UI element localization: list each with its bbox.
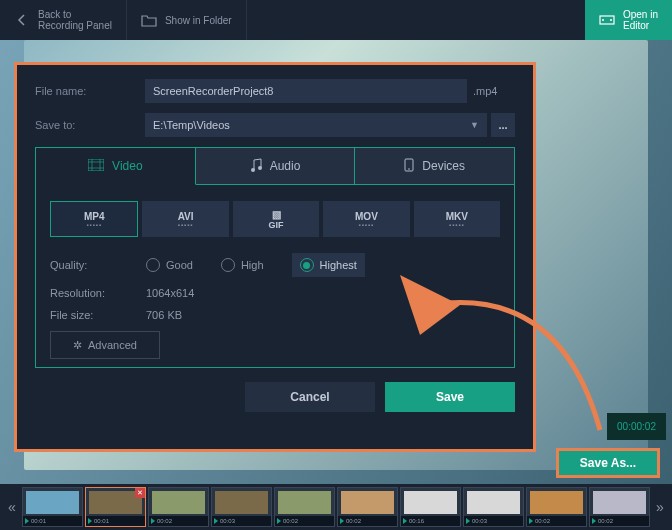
tab-video-label: Video	[112, 159, 142, 173]
filesize-label: File size:	[50, 309, 146, 321]
format-mp4[interactable]: MP4▪▪▪▪▪	[50, 201, 138, 237]
save-dialog: File name: .mp4 Save to: E:\Temp\Videos …	[14, 62, 536, 452]
show-folder-button[interactable]: Show in Folder	[127, 0, 247, 40]
svg-point-5	[258, 166, 262, 170]
play-icon	[277, 518, 281, 524]
file-extension: .mp4	[467, 85, 515, 97]
quality-high[interactable]: High	[221, 253, 264, 277]
play-icon	[88, 518, 92, 524]
svg-rect-3	[88, 159, 104, 171]
video-icon	[88, 159, 104, 174]
play-icon	[466, 518, 470, 524]
thumbnail[interactable]: 00:02	[148, 487, 209, 527]
quality-good[interactable]: Good	[146, 253, 193, 277]
back-button[interactable]: Back to Recording Panel	[0, 0, 127, 40]
thumb-time: 00:02	[598, 518, 613, 524]
tab-devices[interactable]: Devices	[355, 148, 514, 184]
image-icon: ▧	[272, 209, 281, 220]
thumb-time: 00:02	[283, 518, 298, 524]
format-tabbox: Video Audio Devices MP4▪▪▪▪▪ AVI▪▪▪▪▪ ▧G…	[35, 147, 515, 368]
tab-video[interactable]: Video	[36, 148, 196, 185]
tab-audio-label: Audio	[270, 159, 301, 173]
filename-input[interactable]	[145, 79, 467, 103]
thumb-time: 00:03	[220, 518, 235, 524]
play-icon	[25, 518, 29, 524]
gear-icon: ✲	[73, 339, 82, 352]
saveto-value: E:\Temp\Videos	[153, 119, 230, 131]
thumb-time: 00:02	[346, 518, 361, 524]
thumb-time: 00:03	[472, 518, 487, 524]
svg-point-1	[602, 19, 604, 21]
play-icon	[340, 518, 344, 524]
close-icon[interactable]: ✕	[135, 488, 145, 498]
thumbnail[interactable]: 00:02	[589, 487, 650, 527]
back-label: Back to Recording Panel	[38, 9, 112, 31]
show-folder-label: Show in Folder	[165, 15, 232, 26]
thumb-time: 00:01	[31, 518, 46, 524]
thumbnail[interactable]: 00:02	[274, 487, 335, 527]
browse-button[interactable]: ...	[491, 113, 515, 137]
devices-icon	[404, 158, 414, 175]
quality-highest[interactable]: Highest	[292, 253, 365, 277]
arrow-left-icon	[14, 12, 30, 28]
svg-point-4	[251, 168, 255, 172]
thumbnail[interactable]: 00:01	[22, 487, 83, 527]
thumbnail[interactable]: 00:03	[211, 487, 272, 527]
thumb-time: 00:01	[94, 518, 109, 524]
tab-devices-label: Devices	[422, 159, 465, 173]
play-icon	[403, 518, 407, 524]
advanced-button[interactable]: ✲ Advanced	[50, 331, 160, 359]
thumbnail[interactable]: 00:01✕	[85, 487, 146, 527]
save-button[interactable]: Save	[385, 382, 515, 412]
play-icon	[592, 518, 596, 524]
audio-icon	[250, 158, 262, 175]
thumb-time: 00:02	[157, 518, 172, 524]
thumb-time: 00:16	[409, 518, 424, 524]
editor-icon	[599, 12, 615, 28]
format-gif[interactable]: ▧GIF	[233, 201, 319, 237]
play-icon	[529, 518, 533, 524]
thumbnail[interactable]: 00:16	[400, 487, 461, 527]
filmstrip-next[interactable]: »	[652, 487, 668, 527]
thumbnail[interactable]: 00:02	[526, 487, 587, 527]
resolution-value: 1064x614	[146, 287, 194, 299]
thumb-time: 00:02	[535, 518, 550, 524]
filename-label: File name:	[35, 85, 145, 97]
folder-icon	[141, 12, 157, 28]
cancel-button[interactable]: Cancel	[245, 382, 375, 412]
quality-label: Quality:	[50, 259, 146, 271]
svg-point-2	[610, 19, 612, 21]
tab-audio[interactable]: Audio	[196, 148, 356, 184]
play-icon	[214, 518, 218, 524]
format-mkv[interactable]: MKV▪▪▪▪▪	[414, 201, 500, 237]
format-list: MP4▪▪▪▪▪ AVI▪▪▪▪▪ ▧GIF MOV▪▪▪▪▪ MKV▪▪▪▪▪	[50, 201, 500, 237]
saveto-select[interactable]: E:\Temp\Videos ▼	[145, 113, 487, 137]
filesize-value: 706 KB	[146, 309, 182, 321]
thumbnail[interactable]: 00:02	[337, 487, 398, 527]
format-mov[interactable]: MOV▪▪▪▪▪	[323, 201, 409, 237]
filmstrip-prev[interactable]: «	[4, 487, 20, 527]
thumbnail[interactable]: 00:03	[463, 487, 524, 527]
resolution-label: Resolution:	[50, 287, 146, 299]
open-editor-button[interactable]: Open in Editor	[585, 0, 672, 40]
chevron-down-icon: ▼	[470, 120, 479, 130]
top-toolbar: Back to Recording Panel Show in Folder O…	[0, 0, 672, 40]
timecode: 00:00:02	[607, 413, 666, 440]
play-icon	[151, 518, 155, 524]
svg-point-7	[409, 168, 411, 170]
format-avi[interactable]: AVI▪▪▪▪▪	[142, 201, 228, 237]
advanced-label: Advanced	[88, 339, 137, 351]
saveto-label: Save to:	[35, 119, 145, 131]
save-as-button[interactable]: Save As...	[556, 448, 660, 478]
open-editor-label: Open in Editor	[623, 9, 658, 31]
filmstrip: « 00:0100:01✕00:0200:0300:0200:0200:1600…	[0, 484, 672, 530]
